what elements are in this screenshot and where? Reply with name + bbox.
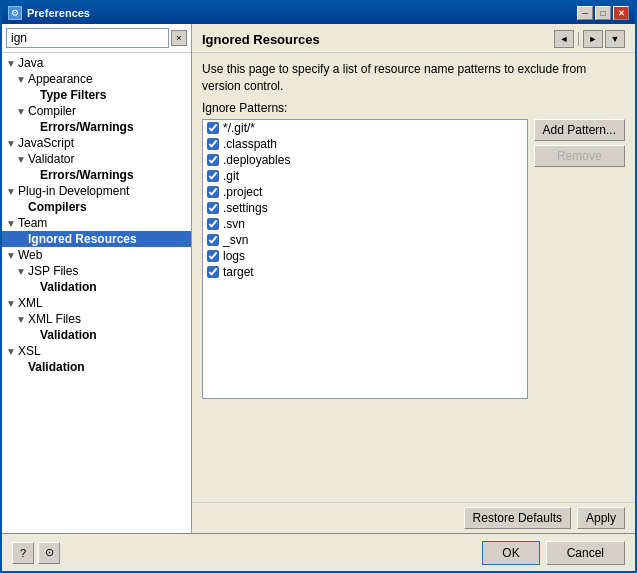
pattern-item-target[interactable]: target <box>203 264 527 280</box>
tree-arrow <box>16 362 26 373</box>
pattern-item-classpath[interactable]: .classpath <box>203 136 527 152</box>
tree-arrow: ▼ <box>6 58 16 69</box>
search-input[interactable] <box>6 28 169 48</box>
tree-arrow: ▼ <box>6 250 16 261</box>
tree-item-validation-1[interactable]: Validation <box>2 279 191 295</box>
restore-defaults-button[interactable]: Restore Defaults <box>464 507 571 529</box>
tree-item-validator[interactable]: ▼ Validator <box>2 151 191 167</box>
tree-arrow: ▼ <box>6 138 16 149</box>
tree-arrow <box>28 122 38 133</box>
cancel-button[interactable]: Cancel <box>546 541 625 565</box>
pattern-checkbox-deployables[interactable] <box>207 154 219 166</box>
pattern-checkbox-logs[interactable] <box>207 250 219 262</box>
tree-item-validation-3[interactable]: Validation <box>2 359 191 375</box>
patterns-area: */.git/* .classpath .deployables .g <box>202 119 625 399</box>
tree-item-label: Plug-in Development <box>18 184 129 198</box>
pattern-item-deployables[interactable]: .deployables <box>203 152 527 168</box>
ok-button[interactable]: OK <box>482 541 539 565</box>
tree-item-label: Java <box>18 56 43 70</box>
tree-arrow <box>28 330 38 341</box>
tree-arrow: ▼ <box>16 314 26 325</box>
tree-item-javascript[interactable]: ▼ JavaScript <box>2 135 191 151</box>
pattern-checkbox-settings[interactable] <box>207 202 219 214</box>
description-text: Use this page to specify a list of resou… <box>202 61 625 95</box>
tree-item-jsp-files[interactable]: ▼ JSP Files <box>2 263 191 279</box>
pattern-checkbox-git-all[interactable] <box>207 122 219 134</box>
nav-separator <box>578 32 579 46</box>
tree: ▼ Java ▼ Appearance Type Filters ▼ Compi… <box>2 53 191 533</box>
tree-item-compiler[interactable]: ▼ Compiler <box>2 103 191 119</box>
tree-item-web[interactable]: ▼ Web <box>2 247 191 263</box>
tree-item-errors-warnings-1[interactable]: Errors/Warnings <box>2 119 191 135</box>
search-bar: × <box>2 24 191 53</box>
pattern-checkbox-target[interactable] <box>207 266 219 278</box>
tree-item-label: Compiler <box>28 104 76 118</box>
tree-item-plugin-development[interactable]: ▼ Plug-in Development <box>2 183 191 199</box>
close-button[interactable]: ✕ <box>613 6 629 20</box>
tree-arrow: ▼ <box>6 298 16 309</box>
pattern-checkbox-svn-underscore[interactable] <box>207 234 219 246</box>
tree-item-label: Validation <box>40 280 97 294</box>
tree-item-errors-warnings-2[interactable]: Errors/Warnings <box>2 167 191 183</box>
tree-item-ignored-resources[interactable]: Ignored Resources <box>2 231 191 247</box>
tree-item-team[interactable]: ▼ Team <box>2 215 191 231</box>
tree-arrow: ▼ <box>16 106 26 117</box>
pattern-item-svn-underscore[interactable]: _svn <box>203 232 527 248</box>
tree-item-label: JavaScript <box>18 136 74 150</box>
tree-item-compilers[interactable]: Compilers <box>2 199 191 215</box>
tree-item-label: Type Filters <box>40 88 106 102</box>
pattern-checkbox-project[interactable] <box>207 186 219 198</box>
left-panel: × ▼ Java ▼ Appearance Type Filters ▼ Com <box>2 24 192 533</box>
nav-back-button[interactable]: ◄ <box>554 30 574 48</box>
pattern-checkbox-git[interactable] <box>207 170 219 182</box>
tree-arrow: ▼ <box>16 266 26 277</box>
help-button[interactable]: ? <box>12 542 34 564</box>
minimize-button[interactable]: ─ <box>577 6 593 20</box>
tree-item-appearance[interactable]: ▼ Appearance <box>2 71 191 87</box>
preferences-window: ⚙ Preferences ─ □ ✕ × ▼ Java ▼ App <box>0 0 637 573</box>
tree-item-java[interactable]: ▼ Java <box>2 55 191 71</box>
pattern-item-project[interactable]: .project <box>203 184 527 200</box>
tree-item-label: Compilers <box>28 200 87 214</box>
tree-item-label: Team <box>18 216 47 230</box>
pattern-checkbox-svn[interactable] <box>207 218 219 230</box>
dialog-buttons: OK Cancel <box>482 541 625 565</box>
tree-arrow <box>28 170 38 181</box>
window-title: Preferences <box>27 7 90 19</box>
right-panel: Ignored Resources ◄ ► ▼ Use this page to… <box>192 24 635 533</box>
remove-button[interactable]: Remove <box>534 145 625 167</box>
tree-item-type-filters[interactable]: Type Filters <box>2 87 191 103</box>
pattern-item-logs[interactable]: logs <box>203 248 527 264</box>
pattern-item-settings[interactable]: .settings <box>203 200 527 216</box>
tree-arrow: ▼ <box>6 346 16 357</box>
nav-dropdown-button[interactable]: ▼ <box>605 30 625 48</box>
tree-arrow <box>16 202 26 213</box>
pattern-item-svn[interactable]: .svn <box>203 216 527 232</box>
tree-item-label: JSP Files <box>28 264 78 278</box>
help2-button[interactable]: ⊙ <box>38 542 60 564</box>
tree-item-xml[interactable]: ▼ XML <box>2 295 191 311</box>
maximize-button[interactable]: □ <box>595 6 611 20</box>
pattern-label: .svn <box>223 217 245 231</box>
tree-arrow: ▼ <box>6 186 16 197</box>
pattern-label: .project <box>223 185 262 199</box>
patterns-label: Ignore Patterns: <box>202 101 625 115</box>
tree-item-xsl[interactable]: ▼ XSL <box>2 343 191 359</box>
nav-forward-button[interactable]: ► <box>583 30 603 48</box>
patterns-list[interactable]: */.git/* .classpath .deployables .g <box>202 119 528 399</box>
tree-item-label: Validation <box>40 328 97 342</box>
content-area: × ▼ Java ▼ Appearance Type Filters ▼ Com <box>2 24 635 533</box>
tree-item-label: Validator <box>28 152 74 166</box>
pattern-item-git-all[interactable]: */.git/* <box>203 120 527 136</box>
apply-button[interactable]: Apply <box>577 507 625 529</box>
tree-arrow <box>28 282 38 293</box>
pattern-label: */.git/* <box>223 121 255 135</box>
add-pattern-button[interactable]: Add Pattern... <box>534 119 625 141</box>
tree-item-xml-files[interactable]: ▼ XML Files <box>2 311 191 327</box>
pattern-label: .git <box>223 169 239 183</box>
tree-item-validation-2[interactable]: Validation <box>2 327 191 343</box>
pattern-checkbox-classpath[interactable] <box>207 138 219 150</box>
pattern-label: target <box>223 265 254 279</box>
pattern-item-git[interactable]: .git <box>203 168 527 184</box>
search-clear-button[interactable]: × <box>171 30 187 46</box>
